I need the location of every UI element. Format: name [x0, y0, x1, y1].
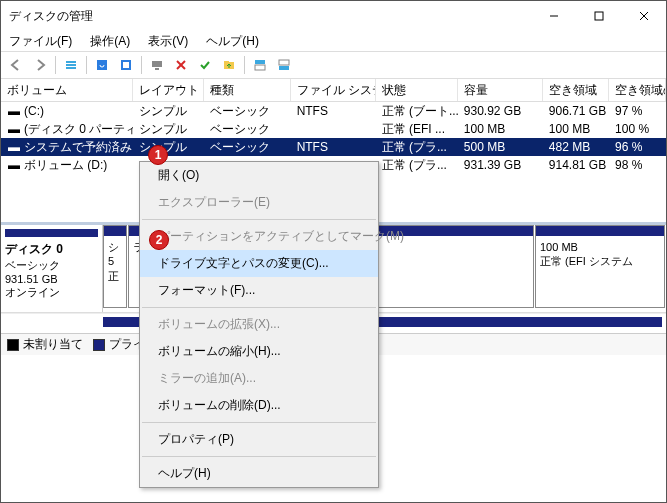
svg-rect-18	[279, 60, 289, 65]
column-header-row: ボリューム レイアウト 種類 ファイル システム 状態 容量 空き領域 空き領域…	[1, 79, 666, 102]
ctx-delete[interactable]: ボリュームの削除(D)...	[140, 392, 378, 419]
refresh-icon[interactable]	[91, 54, 113, 76]
menubar: ファイル(F) 操作(A) 表示(V) ヘルプ(H)	[1, 31, 666, 51]
toolbar-divider	[244, 56, 245, 74]
folder-icon[interactable]	[218, 54, 240, 76]
annotation-badge-1: 1	[148, 145, 168, 165]
toolbar-divider	[141, 56, 142, 74]
disk0-size: 931.51 GB	[5, 273, 98, 285]
partition[interactable]: シ 5 正	[103, 225, 127, 308]
svg-rect-7	[97, 60, 107, 70]
disk0-header[interactable]: ディスク 0 ベーシック 931.51 GB オンライン	[1, 225, 103, 312]
svg-rect-6	[66, 67, 76, 69]
settings-icon[interactable]	[115, 54, 137, 76]
ctx-open[interactable]: 開く(O)	[140, 162, 378, 189]
volume-icon: ▬	[7, 140, 21, 154]
col-filesystem[interactable]: ファイル システム	[291, 79, 376, 101]
col-type[interactable]: 種類	[204, 79, 291, 101]
svg-rect-15	[224, 61, 229, 63]
ctx-separator	[142, 219, 376, 220]
minimize-button[interactable]	[531, 1, 576, 31]
toolbar-divider	[86, 56, 87, 74]
col-layout[interactable]: レイアウト	[133, 79, 204, 101]
annotation-badge-2: 2	[149, 230, 169, 250]
col-freepct[interactable]: 空き領域の	[609, 79, 666, 101]
checkmark-icon[interactable]	[194, 54, 216, 76]
view-list-icon[interactable]	[60, 54, 82, 76]
disk0-label: ディスク 0	[5, 241, 98, 258]
menu-help[interactable]: ヘルプ(H)	[202, 31, 263, 52]
partition[interactable]: 100 MB 正常 (EFI システム	[535, 225, 665, 308]
ctx-format[interactable]: フォーマット(F)...	[140, 277, 378, 304]
context-menu: 開く(O) エクスプローラー(E) パーティションをアクティブとしてマーク(M)…	[139, 161, 379, 488]
ctx-properties[interactable]: プロパティ(P)	[140, 426, 378, 453]
svg-rect-9	[123, 62, 129, 68]
menu-view[interactable]: 表示(V)	[144, 31, 192, 52]
svg-rect-1	[595, 12, 603, 20]
svg-rect-10	[152, 61, 162, 67]
disk0-status: オンライン	[5, 285, 98, 300]
ctx-change-letter[interactable]: ドライブ文字とパスの変更(C)...	[140, 250, 378, 277]
partition-bar	[536, 226, 664, 236]
disk-header-bar	[5, 229, 98, 237]
disk-management-window: ディスクの管理 ファイル(F) 操作(A) 表示(V) ヘルプ(H)	[0, 0, 667, 503]
ctx-explorer[interactable]: エクスプローラー(E)	[140, 189, 378, 216]
col-volume[interactable]: ボリューム	[1, 79, 133, 101]
maximize-button[interactable]	[576, 1, 621, 31]
svg-rect-19	[279, 66, 289, 70]
view-bottom-icon[interactable]	[273, 54, 295, 76]
volume-icon: ▬	[7, 104, 21, 118]
partition-bar	[104, 226, 126, 236]
svg-rect-16	[255, 60, 265, 64]
table-row[interactable]: ▬(ディスク 0 パーティショ... シンプル ベーシック 正常 (EFI ..…	[1, 120, 666, 138]
ctx-separator	[142, 422, 376, 423]
legend-unallocated: 未割り当て	[7, 336, 83, 353]
ctx-help[interactable]: ヘルプ(H)	[140, 460, 378, 487]
ctx-shrink[interactable]: ボリュームの縮小(H)...	[140, 338, 378, 365]
ctx-extend[interactable]: ボリュームの拡張(X)...	[140, 311, 378, 338]
col-free[interactable]: 空き領域	[543, 79, 609, 101]
ctx-mark-active[interactable]: パーティションをアクティブとしてマーク(M)	[140, 223, 378, 250]
ctx-separator	[142, 307, 376, 308]
disk1-label[interactable]	[1, 314, 103, 333]
col-status[interactable]: 状態	[376, 79, 458, 101]
titlebar: ディスクの管理	[1, 1, 666, 31]
col-capacity[interactable]: 容量	[458, 79, 543, 101]
toolbar	[1, 51, 666, 79]
svg-rect-5	[66, 64, 76, 66]
view-top-icon[interactable]	[249, 54, 271, 76]
volume-icon: ▬	[7, 158, 21, 172]
svg-rect-4	[66, 61, 76, 63]
table-row[interactable]: ▬(C:) シンプル ベーシック NTFS 正常 (ブート... 930.92 …	[1, 102, 666, 120]
disk0-type: ベーシック	[5, 258, 98, 273]
delete-icon[interactable]	[170, 54, 192, 76]
table-row-selected[interactable]: ▬システムで予約済み シンプル ベーシック NTFS 正常 (プラ... 500…	[1, 138, 666, 156]
close-button[interactable]	[621, 1, 666, 31]
menu-action[interactable]: 操作(A)	[86, 31, 134, 52]
window-title: ディスクの管理	[9, 8, 93, 25]
ctx-separator	[142, 456, 376, 457]
window-controls	[531, 1, 666, 31]
legend-black-box	[7, 339, 19, 351]
forward-button[interactable]	[29, 54, 51, 76]
svg-rect-17	[255, 65, 265, 70]
toolbar-divider	[55, 56, 56, 74]
ctx-mirror[interactable]: ミラーの追加(A)...	[140, 365, 378, 392]
back-button[interactable]	[5, 54, 27, 76]
volume-icon: ▬	[7, 122, 21, 136]
menu-file[interactable]: ファイル(F)	[5, 31, 76, 52]
computer-icon[interactable]	[146, 54, 168, 76]
svg-rect-11	[155, 68, 159, 70]
legend-blue-box	[93, 339, 105, 351]
